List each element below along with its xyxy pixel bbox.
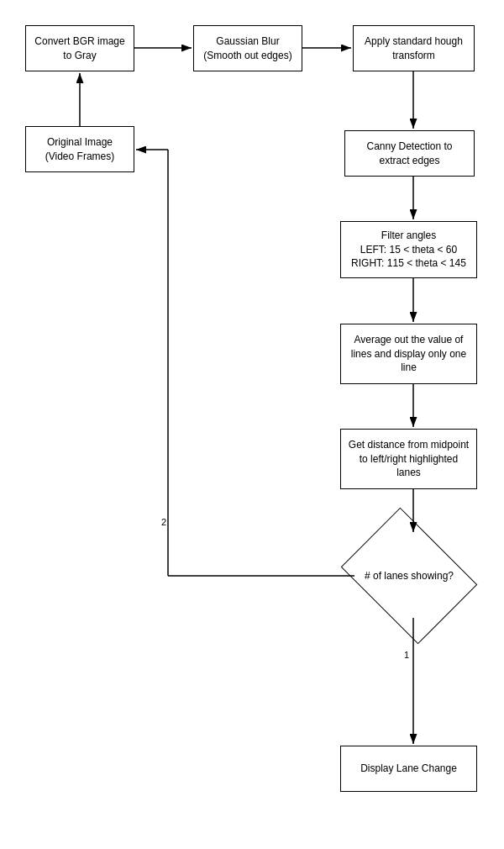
average-out-box: Average out the value of lines and displ… — [340, 324, 477, 384]
gaussian-blur-box: Gaussian Blur(Smooth out edges) — [193, 25, 302, 71]
hough-box: Apply standard hough transform — [353, 25, 475, 71]
canny-box: Canny Detection to extract edges — [344, 130, 475, 177]
lanes-showing-diamond: # of lanes showing? — [354, 534, 464, 618]
filter-angles-box: Filter anglesLEFT: 15 < theta < 60RIGHT:… — [340, 221, 477, 278]
display-lane-box: Display Lane Change — [340, 746, 477, 792]
convert-bgr-box: Convert BGR image to Gray — [25, 25, 134, 71]
original-image-box: Original Image(Video Frames) — [25, 126, 134, 172]
label-1: 1 — [404, 650, 409, 660]
flowchart-diagram: Convert BGR image to Gray Gaussian Blur(… — [0, 0, 504, 849]
get-distance-box: Get distance from midpoint to left/right… — [340, 429, 477, 489]
label-2: 2 — [161, 517, 166, 527]
